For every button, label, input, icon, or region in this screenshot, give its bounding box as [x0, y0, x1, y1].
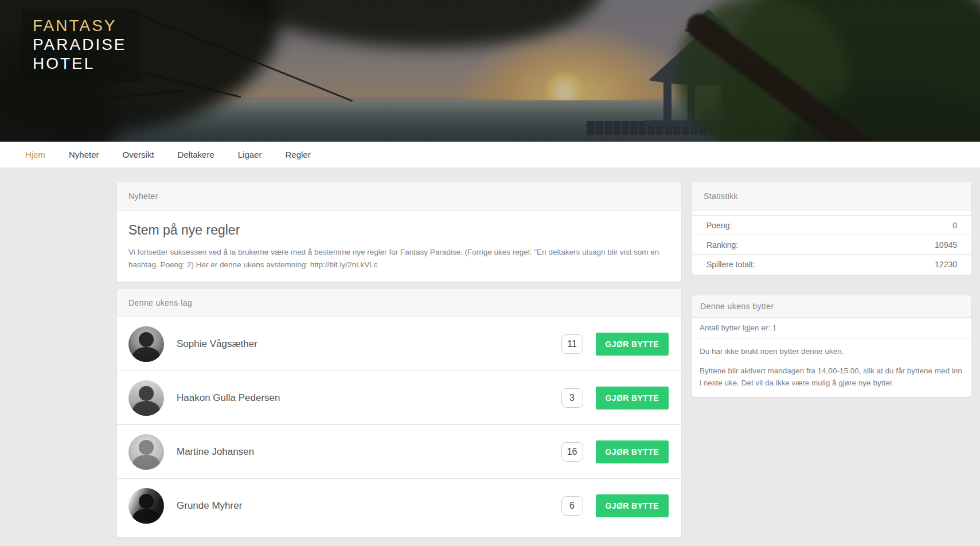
team-panel: Denne ukens lag Sophie Vågsæther 11 GJØR… — [117, 289, 681, 537]
news-panel: Nyheter Stem på nye regler Vi fortsetter… — [117, 182, 681, 282]
player-name: Sophie Vågsæther — [177, 338, 257, 350]
swaps-info-line2: Byttene blir aktivert mandagen fra 14.00… — [700, 365, 964, 389]
player-avatar — [128, 326, 164, 362]
logo-line-fantasy: FANTASY — [33, 16, 127, 35]
team-panel-title: Denne ukens lag — [117, 289, 681, 317]
nav-list: HjemNyheterOversiktDeltakereLigaerRegler — [0, 142, 980, 167]
swap-button[interactable]: GJØR BYTTE — [596, 333, 669, 356]
dark-overlay — [0, 0, 980, 142]
swap-button[interactable]: GJØR BYTTE — [596, 494, 669, 517]
stats-panel: Statistikk Poeng: 0 Ranking: 10945 Spill… — [692, 182, 971, 275]
player-row: Haakon Gulla Pedersen 3 GJØR BYTTE — [117, 371, 681, 425]
points-badge: 11 — [561, 334, 583, 354]
stats-panel-title: Statistikk — [692, 182, 971, 210]
page: FANTASY PARADISE HOTEL HjemNyheterOversi… — [0, 0, 980, 546]
stat-label: Poeng: — [706, 221, 732, 230]
player-row: Grunde Myhrer 6 GJØR BYTTE — [117, 479, 681, 533]
player-row: Sophie Vågsæther 11 GJØR BYTTE — [117, 317, 681, 371]
news-text: Vi fortsetter suksessen ved å la brukern… — [128, 246, 665, 271]
swaps-panel-title: Denne ukens bytter — [692, 295, 971, 318]
player-name: Grunde Myhrer — [177, 500, 242, 512]
stat-label: Ranking: — [706, 240, 738, 249]
player-name: Haakon Gulla Pedersen — [177, 392, 280, 404]
player-name: Martine Johansen — [177, 446, 254, 458]
stat-label: Spillere totalt: — [706, 260, 755, 269]
site-logo[interactable]: FANTASY PARADISE HOTEL — [21, 9, 140, 82]
news-body: Stem på nye regler Vi fortsetter suksess… — [117, 210, 681, 282]
stats-list: Poeng: 0 Ranking: 10945 Spillere totalt:… — [692, 210, 971, 275]
stat-value: 0 — [952, 221, 957, 230]
nav-item-oversikt[interactable]: Oversikt — [123, 150, 154, 159]
swaps-info-line1: Du har ikke brukt noen bytter denne uken… — [700, 346, 964, 358]
swaps-remaining: Antall bytter igjen er: 1 — [692, 318, 971, 338]
player-avatar — [128, 488, 164, 524]
sidebar: Statistikk Poeng: 0 Ranking: 10945 Spill… — [692, 182, 971, 397]
swaps-body: Du har ikke brukt noen bytter denne uken… — [692, 338, 971, 397]
logo-line-hotel: HOTEL — [33, 54, 127, 73]
news-panel-title: Nyheter — [117, 182, 681, 210]
stat-value: 12230 — [935, 260, 957, 269]
player-list: Sophie Vågsæther 11 GJØR BYTTE Haakon Gu… — [117, 317, 681, 533]
stat-row: Ranking: 10945 — [692, 235, 971, 254]
content: Nyheter Stem på nye regler Vi fortsetter… — [0, 167, 980, 537]
nav-item-nyheter[interactable]: Nyheter — [69, 150, 99, 159]
swap-button[interactable]: GJØR BYTTE — [596, 387, 669, 410]
swap-button[interactable]: GJØR BYTTE — [596, 440, 669, 463]
header-image: FANTASY PARADISE HOTEL — [0, 0, 980, 142]
logo-line-paradise: PARADISE — [33, 35, 127, 54]
points-badge: 16 — [561, 442, 583, 462]
nav-item-hjem[interactable]: Hjem — [25, 150, 45, 159]
nav-item-ligaer[interactable]: Ligaer — [238, 150, 262, 159]
points-badge: 3 — [561, 388, 583, 408]
news-headline: Stem på nye regler — [128, 223, 670, 238]
stat-row: Spillere totalt: 12230 — [692, 254, 971, 274]
player-avatar — [128, 434, 164, 470]
points-badge: 6 — [561, 496, 583, 516]
stat-row: Poeng: 0 — [692, 215, 971, 235]
nav-item-deltakere[interactable]: Deltakere — [178, 150, 214, 159]
swaps-panel: Denne ukens bytter Antall bytter igjen e… — [692, 295, 971, 397]
stat-value: 10945 — [935, 240, 957, 249]
nav-item-regler[interactable]: Regler — [285, 150, 310, 159]
main-column: Nyheter Stem på nye regler Vi fortsetter… — [117, 182, 681, 537]
player-avatar — [128, 380, 164, 416]
player-row: Martine Johansen 16 GJØR BYTTE — [117, 425, 681, 479]
